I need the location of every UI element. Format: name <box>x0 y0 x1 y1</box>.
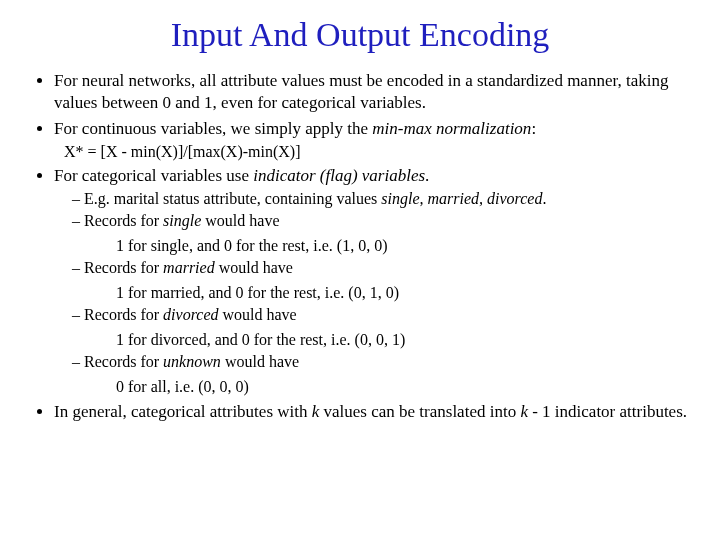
sub-5-c: would have <box>221 353 299 370</box>
sub-1-a: E.g. marital status attribute, containin… <box>84 190 381 207</box>
bullet-list: For neural networks, all attribute value… <box>28 70 692 139</box>
detail-2: 1 for single, and 0 for the rest, i.e. (… <box>116 236 692 256</box>
sub-5-a: Records for <box>84 353 163 370</box>
detail-5: 0 for all, i.e. (0, 0, 0) <box>116 377 692 397</box>
bullet-2-text-c: : <box>531 119 536 138</box>
bullet-2-text-b: min-max normalization <box>372 119 531 138</box>
sub-4-c: would have <box>218 306 296 323</box>
bullet-3: For categorical variables use indicator … <box>54 165 692 397</box>
sub-5: Records for unknown would have <box>72 352 692 372</box>
bullet-1: For neural networks, all attribute value… <box>54 70 692 114</box>
sub-2-c: would have <box>201 212 279 229</box>
sub-2: Records for single would have <box>72 211 692 231</box>
bullet-3-text-b: indicator (flag) variables <box>253 166 425 185</box>
sub-5-b: unknown <box>163 353 221 370</box>
bullet-2: For continuous variables, we simply appl… <box>54 118 692 140</box>
sub-3-a: Records for <box>84 259 163 276</box>
bullet-4-c: values can be translated into <box>319 402 520 421</box>
bullet-2-text-a: For continuous variables, we simply appl… <box>54 119 372 138</box>
sub-3: Records for married would have <box>72 258 692 278</box>
sub-3-c: would have <box>215 259 293 276</box>
sub-list-5: Records for unknown would have <box>72 352 692 372</box>
sub-2-a: Records for <box>84 212 163 229</box>
bullet-4: In general, categorical attributes with … <box>54 401 692 423</box>
bullet-list-2: For categorical variables use indicator … <box>28 165 692 423</box>
detail-3: 1 for married, and 0 for the rest, i.e. … <box>116 283 692 303</box>
detail-4: 1 for divorced, and 0 for the rest, i.e.… <box>116 330 692 350</box>
sub-4-b: divorced <box>163 306 218 323</box>
formula: X* = [X - min(X)]/[max(X)-min(X)] <box>64 143 692 161</box>
bullet-4-a: In general, categorical attributes with <box>54 402 312 421</box>
sub-3-b: married <box>163 259 215 276</box>
bullet-3-text-c: . <box>425 166 429 185</box>
bullet-4-e: - 1 indicator attributes. <box>528 402 687 421</box>
bullet-3-text-a: For categorical variables use <box>54 166 253 185</box>
sub-list-3: Records for married would have <box>72 258 692 278</box>
sub-4: Records for divorced would have <box>72 305 692 325</box>
bullet-1-text: For neural networks, all attribute value… <box>54 71 668 112</box>
sub-2-b: single <box>163 212 201 229</box>
bullet-4-d: k <box>520 402 528 421</box>
sub-4-a: Records for <box>84 306 163 323</box>
sub-1-b: single, married, divorced <box>381 190 542 207</box>
sub-list-4: Records for divorced would have <box>72 305 692 325</box>
slide: Input And Output Encoding For neural net… <box>0 0 720 540</box>
sub-1-c: . <box>542 190 546 207</box>
sub-list: E.g. marital status attribute, containin… <box>72 189 692 232</box>
slide-title: Input And Output Encoding <box>28 16 692 54</box>
sub-1: E.g. marital status attribute, containin… <box>72 189 692 209</box>
